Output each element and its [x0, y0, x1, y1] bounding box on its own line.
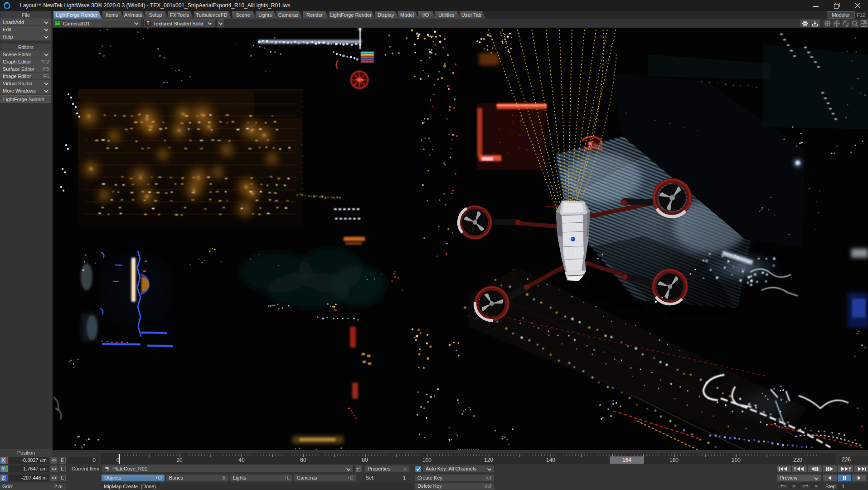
svg-text:220: 220: [793, 457, 802, 463]
svg-text:140: 140: [546, 457, 555, 463]
svg-text:120: 120: [484, 457, 493, 463]
svg-text:60: 60: [300, 457, 306, 463]
svg-text:80: 80: [362, 457, 368, 463]
svg-text:100: 100: [422, 457, 432, 463]
svg-text:20: 20: [176, 457, 183, 463]
svg-text:180: 180: [669, 457, 679, 463]
svg-text:40: 40: [238, 457, 245, 463]
svg-text:200: 200: [732, 457, 741, 463]
